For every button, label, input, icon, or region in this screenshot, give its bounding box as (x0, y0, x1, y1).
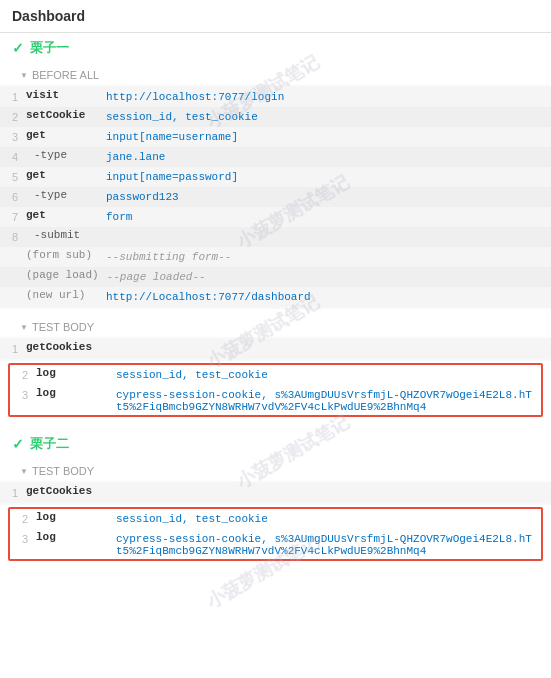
test-body-1-code: 1 getCookies (0, 337, 551, 361)
test-body-2-subsection: ▼ TEST BODY 1 getCookies 2 log session_i… (0, 457, 551, 567)
code-row-getcookies-1: 1 getCookies (0, 339, 551, 359)
before-all-code: 1 visit http://localhost:7077/login 2 se… (0, 85, 551, 309)
highlighted-block-2: 2 log session_id, test_cookie 3 log cypr… (8, 507, 543, 561)
before-all-header: ▼ BEFORE ALL (0, 65, 551, 85)
test-body-2-code: 1 getCookies (0, 481, 551, 505)
code-row-setcookie: 2 setCookie session_id, test_cookie (0, 107, 551, 127)
triangle-icon-3: ▼ (20, 467, 28, 476)
page-header: Dashboard (0, 0, 551, 33)
before-all-subsection: ▼ BEFORE ALL 1 visit http://localhost:70… (0, 61, 551, 313)
section-2: ✓ 栗子二 ▼ TEST BODY 1 getCookies 2 log se (0, 429, 551, 567)
section-1: ✓ 栗子一 ▼ BEFORE ALL 1 visit http://localh… (0, 33, 551, 423)
page-title: Dashboard (12, 8, 85, 24)
code-row-get-1: 3 get input[name=username] (0, 127, 551, 147)
code-row-form-sub: (form sub) --submitting form-- (0, 247, 551, 267)
code-row-page-load: (page load) --page loaded-- (0, 267, 551, 287)
code-row-log-2a: 2 log session_id, test_cookie (10, 509, 541, 529)
code-row-get-2: 5 get input[name=password] (0, 167, 551, 187)
code-row-log-2b: 3 log cypress-session-cookie, s%3AUmgDUU… (10, 529, 541, 559)
check-icon-1: ✓ (12, 40, 24, 56)
triangle-icon: ▼ (20, 71, 28, 80)
code-row-log-1b: 3 log cypress-session-cookie, s%3AUmgDUU… (10, 385, 541, 415)
section-1-title: ✓ 栗子一 (0, 33, 551, 61)
code-row-new-url: (new url) http://Localhost:7077/dashboar… (0, 287, 551, 307)
main-content: ✓ 栗子一 ▼ BEFORE ALL 1 visit http://localh… (0, 33, 551, 567)
test-body-1-header: ▼ TEST BODY (0, 317, 551, 337)
check-icon-2: ✓ (12, 436, 24, 452)
highlighted-block-1: 2 log session_id, test_cookie 3 log cypr… (8, 363, 543, 417)
code-row-type-1: 4 -type jane.lane (0, 147, 551, 167)
code-row-log-1a: 2 log session_id, test_cookie (10, 365, 541, 385)
code-row-visit: 1 visit http://localhost:7077/login (0, 87, 551, 107)
triangle-icon-2: ▼ (20, 323, 28, 332)
code-row-submit: 8 -submit (0, 227, 551, 247)
code-row-get-3: 7 get form (0, 207, 551, 227)
section-2-title: ✓ 栗子二 (0, 429, 551, 457)
test-body-1-subsection: ▼ TEST BODY 1 getCookies 2 log session_i… (0, 313, 551, 423)
code-row-getcookies-2: 1 getCookies (0, 483, 551, 503)
code-row-type-2: 6 -type password123 (0, 187, 551, 207)
test-body-2-header: ▼ TEST BODY (0, 461, 551, 481)
